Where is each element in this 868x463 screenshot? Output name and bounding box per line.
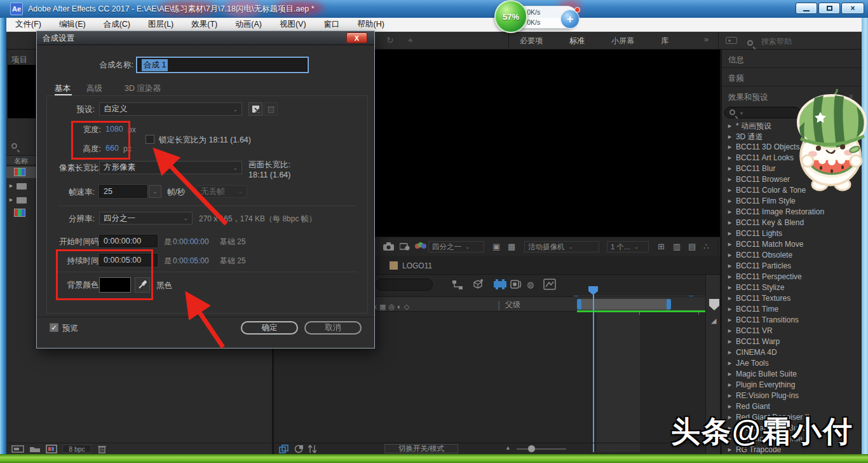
cancel-button[interactable]: 取消 (304, 321, 362, 335)
flowchart-icon[interactable]: ∴ (703, 242, 709, 251)
view-layout-dropdown[interactable]: 1 个...⌄ (607, 241, 649, 252)
expand-triangle-icon[interactable]: ► (8, 183, 14, 189)
workspace-bar-icon[interactable] (726, 37, 737, 44)
workspace-tab[interactable]: 必要项 (520, 36, 543, 46)
expand-triangle-icon[interactable]: ► (727, 382, 733, 388)
effects-category-item[interactable]: ►CINEMA 4D (727, 348, 777, 359)
expand-layer-switches-icon[interactable] (279, 445, 288, 453)
timeline-jump-icon[interactable]: ▤ (688, 242, 696, 251)
expand-triangle-icon[interactable]: ► (727, 219, 733, 226)
expand-triangle-icon[interactable]: ► (727, 263, 733, 269)
timeline-search-box[interactable] (376, 279, 433, 291)
start-timecode-input[interactable]: 0:00:00:00 (99, 235, 158, 247)
menu-item[interactable]: 图层(L) (148, 19, 173, 30)
workspace-tab[interactable]: 小屏幕 (611, 36, 634, 46)
snapshot-camera-icon[interactable] (383, 242, 394, 251)
pixel-aspect-icon[interactable]: ▥ (673, 242, 681, 251)
expand-inout-icon[interactable] (308, 445, 316, 453)
expand-triangle-icon[interactable]: ► (727, 284, 733, 291)
expand-triangle-icon[interactable]: ► (727, 134, 733, 140)
layer-switch-icon[interactable]: ◎ (388, 303, 395, 310)
effects-category-item[interactable]: ►BCC11 Match Move (727, 240, 803, 251)
expand-triangle-icon[interactable]: ► (727, 403, 733, 410)
close-button[interactable]: × (841, 3, 864, 14)
effects-category-item[interactable]: ►BCC11 Blur (727, 164, 775, 175)
adjustment-icon[interactable]: ◍ (527, 280, 534, 289)
expand-triangle-icon[interactable]: ► (727, 273, 733, 280)
expand-triangle-icon[interactable]: ► (727, 295, 733, 301)
effects-category-item[interactable]: ►BCC11 Browser (727, 175, 790, 186)
interpret-footage-icon[interactable] (11, 445, 24, 453)
cpu-usage-ball[interactable]: 57% (494, 0, 527, 33)
effects-category-item[interactable]: ►BCC11 VR (727, 326, 773, 337)
menu-item[interactable]: 编辑(E) (59, 19, 86, 30)
project-panel-tab[interactable]: 项目 (11, 55, 27, 66)
effects-category-item[interactable]: ►BCC11 Time (727, 305, 778, 315)
delete-preset-button[interactable] (264, 102, 278, 116)
effects-search-box[interactable]: ▼ (724, 107, 801, 118)
resolution-dropdown[interactable]: 四分之一⌄ (99, 212, 193, 225)
effects-category-item[interactable]: ►BCC11 Obsolete (727, 251, 792, 261)
menu-item[interactable]: 视图(V) (280, 19, 306, 30)
frame-rate-dropdown-button[interactable]: ⌄ (149, 185, 161, 198)
ok-button[interactable]: 确定 (241, 321, 298, 335)
search-help-input[interactable]: 搜索帮助 (761, 36, 792, 47)
info-panel-header[interactable]: 信息 (728, 55, 744, 66)
camera-tool-icon[interactable]: ⌖ (408, 35, 413, 46)
show-snapshot-icon[interactable] (400, 242, 410, 251)
toggle-switches-modes-button[interactable]: 切换开关/模式 (384, 444, 458, 453)
menu-item[interactable]: 文件(F) (15, 19, 41, 30)
menu-item[interactable]: 帮助(H) (358, 19, 384, 30)
comp-marker-bin-icon[interactable] (709, 299, 719, 310)
frame-blending-icon[interactable] (494, 279, 506, 289)
timeline-zoom-slider-knob[interactable] (528, 445, 535, 452)
effects-category-item[interactable]: ►BCC11 Color & Tone (727, 186, 806, 197)
active-camera-dropdown[interactable]: 活动摄像机⌄ (524, 241, 599, 252)
region-of-interest-icon[interactable]: ▣ (492, 242, 500, 251)
expand-triangle-icon[interactable]: ► (727, 144, 733, 150)
effects-category-item[interactable]: ►Red Giant (727, 402, 770, 413)
effects-category-item[interactable]: ►BCC11 Particles (727, 261, 791, 272)
workspace-tab[interactable]: 库 (661, 36, 668, 46)
expand-triangle-icon[interactable]: ► (727, 241, 733, 247)
timeline-zoom-slider-track[interactable] (517, 448, 566, 450)
comp-name-input[interactable]: 合成 1 (137, 58, 308, 72)
lock-aspect-checkbox[interactable] (146, 135, 154, 144)
bit-depth-button[interactable]: 8 bpc (62, 445, 92, 453)
parent-column-header[interactable]: 父级 (505, 300, 520, 310)
duration-start-cap[interactable] (577, 299, 581, 310)
expand-triangle-icon[interactable]: ► (727, 317, 733, 323)
name-column-header[interactable]: 名称 (14, 156, 28, 166)
effects-category-item[interactable]: ►3D 通道 (727, 132, 763, 142)
effects-category-item[interactable]: ►* 动画预设 (727, 121, 771, 132)
grid-guides-icon[interactable]: ⊞ (658, 242, 665, 251)
effects-presets-header[interactable]: 效果和预设 (728, 92, 768, 103)
effects-category-item[interactable]: ►BCC11 Transitions (727, 315, 799, 326)
duration-end-cap[interactable] (667, 299, 671, 310)
new-folder-icon[interactable] (29, 445, 41, 453)
magnification-dropdown[interactable]: 四分之一⌄ (428, 241, 484, 252)
tab-basic[interactable]: 基本 (55, 83, 71, 94)
expand-triangle-icon[interactable]: ► (727, 392, 733, 399)
workspace-tab[interactable]: 标准 (569, 36, 585, 46)
expand-triangle-icon[interactable]: ► (727, 165, 733, 172)
draft-3d-icon[interactable] (472, 279, 484, 290)
tab-advanced[interactable]: 高级 (86, 83, 102, 94)
zoom-corner-icon[interactable]: ◢ (711, 317, 716, 325)
expand-triangle-icon[interactable]: ► (727, 360, 733, 366)
effects-category-item[interactable]: ►BCC11 Key & Blend (727, 218, 804, 229)
effects-category-item[interactable]: ►BCC11 Image Restoration (727, 207, 824, 218)
expand-triangle-icon[interactable]: ► (727, 252, 733, 258)
dialog-titlebar[interactable]: 合成设置 (37, 31, 374, 45)
timeline-tab-label[interactable]: LOGO11 (402, 261, 432, 270)
expand-triangle-icon[interactable]: ► (727, 328, 733, 334)
layer-switch-icon[interactable]: ▦ (379, 303, 386, 310)
tab-3d-renderer[interactable]: 3D 渲染器 (125, 83, 161, 94)
effects-category-item[interactable]: ►Plugin Everything (727, 380, 795, 391)
dialog-close-button[interactable]: X (346, 32, 367, 43)
workspace-overflow-chevrons[interactable]: » (704, 34, 709, 44)
comp-duration-bar[interactable] (577, 299, 671, 310)
menu-item[interactable]: 效果(T) (191, 19, 217, 30)
effects-category-item[interactable]: ►BCC11 Art Looks (727, 153, 794, 164)
pixel-aspect-dropdown[interactable]: 方形像素⌄ (99, 161, 242, 174)
